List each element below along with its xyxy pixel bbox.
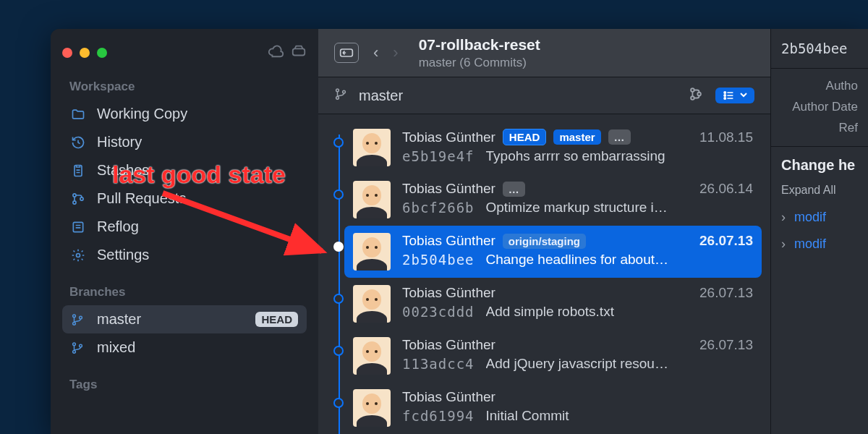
view-mode-dropdown[interactable] [715, 88, 754, 103]
toolbar: ‹ › 07-rollback-reset master (6 Commits) [318, 29, 770, 77]
svg-point-21 [724, 95, 726, 96]
ref-tag-more[interactable]: … [503, 182, 525, 197]
sidebar-item-icon [71, 107, 87, 122]
graph-node [333, 294, 344, 304]
ref-tag-more[interactable]: … [608, 129, 631, 145]
detail-meta-row: Autho [781, 76, 858, 97]
ref-tag-head[interactable]: HEAD [503, 129, 547, 145]
author-avatar [353, 337, 391, 375]
sidebar-item-icon [71, 248, 87, 263]
commit-row[interactable]: Tobias Güntherorigin/staging26.07.132b50… [344, 226, 762, 278]
svg-point-20 [724, 92, 726, 93]
nav-back-button[interactable]: ‹ [373, 43, 378, 62]
svg-point-8 [73, 322, 76, 325]
cloud-icon[interactable] [268, 43, 284, 63]
commit-date: 26.07.13 [699, 337, 753, 353]
svg-point-17 [691, 88, 694, 92]
close-window-button[interactable] [62, 48, 72, 58]
expand-all-button[interactable]: Expand All [771, 184, 868, 204]
author-avatar [353, 285, 391, 323]
graph-node [333, 346, 344, 356]
disk-icon[interactable] [291, 43, 307, 63]
section-label-tags: Tags [69, 378, 307, 392]
commit-message: Add simple robots.txt [486, 304, 614, 320]
sidebar-branch-master[interactable]: masterHEAD [62, 305, 307, 333]
section-label-workspace: Workspace [69, 80, 307, 94]
commit-row[interactable]: Tobias Günther26.07.130023cdddAdd simple… [344, 278, 762, 330]
changed-file-row[interactable]: ›modif [771, 204, 868, 231]
minimize-window-button[interactable] [80, 48, 90, 58]
commit-message: Initial Commit [486, 408, 569, 424]
author-avatar [353, 389, 391, 427]
commit-list[interactable]: Tobias GüntherHEADmaster…11.08.15e5b19e4… [318, 114, 770, 434]
commit-message: Add jQuery javascript resou… [486, 356, 668, 372]
sidebar-item-stashes[interactable]: Stashes [62, 156, 307, 184]
changed-file-name: modif [794, 210, 826, 225]
sidebar-item-icon [71, 135, 87, 150]
commit-hash: 113adcc4 [402, 356, 475, 372]
commit-hash: 2b504bee [402, 252, 475, 268]
commit-row[interactable]: Tobias Günther26.07.13113adcc4Add jQuery… [344, 330, 762, 382]
sidebar-item-icon [71, 220, 87, 234]
commit-row[interactable]: Tobias Güntherfcd61994Initial Commit [344, 382, 762, 434]
svg-point-18 [691, 96, 694, 100]
fullscreen-window-button[interactable] [97, 48, 107, 58]
sidebar-item-icon [71, 163, 87, 178]
detail-commit-hash: 2b504bee [771, 29, 868, 69]
svg-point-9 [80, 316, 82, 319]
commit-message: Optimize markup structure i… [486, 200, 668, 216]
sidebar-item-settings[interactable]: Settings [62, 241, 307, 269]
changed-file-row[interactable]: ›modif [771, 231, 868, 258]
author-avatar [353, 233, 391, 271]
graph-node [333, 398, 344, 408]
sidebar-item-icon [71, 192, 87, 206]
svg-point-19 [697, 92, 701, 95]
sidebar: Workspace Working CopyHistoryStashesPull… [51, 29, 318, 434]
sidebar-item-reflog[interactable]: Reflog [62, 213, 307, 241]
sidebar-item-label: Reflog [97, 218, 139, 235]
graph-node [333, 190, 344, 200]
commit-hash: 6bcf266b [402, 200, 475, 216]
sidebar-item-label: Pull Requests [97, 190, 186, 207]
sidebar-item-label: Working Copy [97, 106, 187, 122]
sidebar-item-label: History [97, 134, 142, 150]
svg-point-10 [73, 342, 76, 345]
commit-author: Tobias Günther [402, 285, 495, 301]
app-window: Workspace Working CopyHistoryStashesPull… [51, 29, 868, 434]
graph-node [333, 137, 344, 148]
author-avatar [353, 129, 391, 166]
commit-date: 26.06.14 [699, 181, 753, 197]
commit-date: 11.08.15 [699, 129, 753, 145]
commit-row[interactable]: Tobias GüntherHEADmaster…11.08.15e5b19e4… [344, 122, 762, 174]
sidebar-item-working-copy[interactable]: Working Copy [62, 100, 307, 128]
sidebar-item-pull-requests[interactable]: Pull Requests [62, 184, 307, 213]
branch-icon [71, 312, 87, 327]
sidebar-item-history[interactable]: History [62, 128, 307, 156]
svg-point-22 [724, 98, 726, 99]
current-branch-name[interactable]: master [359, 88, 403, 104]
svg-point-12 [80, 344, 82, 347]
graph-node [333, 242, 344, 252]
commit-date: 26.07.13 [699, 233, 753, 249]
compare-icon[interactable] [688, 86, 704, 106]
sidebar-branch-mixed[interactable]: mixed [62, 333, 307, 362]
svg-point-11 [73, 350, 76, 353]
commit-row[interactable]: Tobias Günther…26.06.146bcf266bOptimize … [344, 174, 762, 226]
ref-tag-master[interactable]: master [553, 129, 600, 145]
svg-point-6 [77, 253, 80, 257]
commit-message: Change headlines for about… [486, 252, 668, 268]
sidebar-item-label: Settings [97, 247, 149, 263]
ref-tag-remote[interactable]: origin/staging [503, 234, 586, 249]
back-to-repo-button[interactable] [334, 43, 359, 63]
commit-author: Tobias Günther [402, 129, 495, 145]
repo-name: 07-rollback-reset [419, 35, 540, 54]
commit-message: Typohs arrrr so embarrassing [486, 148, 665, 164]
chevron-down-icon [740, 93, 747, 98]
head-badge: HEAD [255, 312, 298, 327]
sidebar-item-label: Stashes [97, 162, 149, 179]
svg-point-7 [73, 314, 76, 317]
commit-author: Tobias Günther [402, 389, 495, 405]
center-pane: ‹ › 07-rollback-reset master (6 Commits)… [318, 29, 770, 434]
author-avatar [353, 181, 391, 218]
branch-label: master [97, 311, 141, 328]
